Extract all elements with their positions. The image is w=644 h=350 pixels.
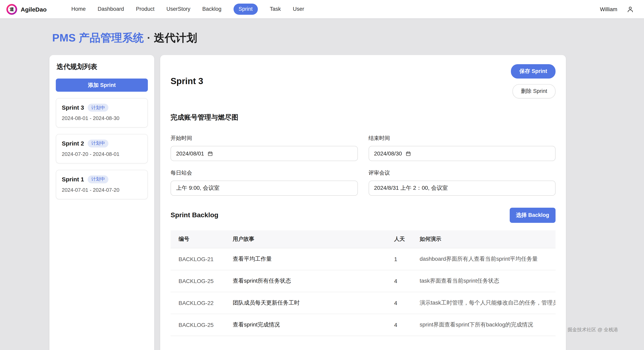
nav-item-dashboard[interactable]: Dashboard [98,4,124,15]
sprint-list-title: 迭代规划列表 [56,62,148,71]
nav-item-user[interactable]: User [293,4,304,15]
review-input[interactable]: 2024/8/31 上午 2：00, 会议室 [368,180,556,196]
sprint-goal-text: 完成账号管理与燃尽图 [170,113,556,122]
main-nav: Home Dashboard Product UserStory Backlog… [71,4,304,15]
page-title-secondary: 迭代计划 [154,32,197,44]
backlog-days: 4 [386,314,412,336]
brand-logo-glyph: 道 [8,6,16,13]
nav-item-product[interactable]: Product [136,4,154,15]
topbar-right: William [600,6,638,12]
two-column-layout: 迭代规划列表 添加 Sprint Sprint 3 计划中 2024-08-01… [50,55,566,350]
sprint-status-badge: 计划中 [88,140,108,148]
sprint-list-panel: 迭代规划列表 添加 Sprint Sprint 3 计划中 2024-08-01… [50,55,154,350]
sprint-card-name: Sprint 2 [62,140,84,147]
nav-item-task[interactable]: Task [270,4,281,15]
backlog-demo: task界面查看当前sprint任务状态 [412,270,556,292]
backlog-table: 编号 用户故事 人天 如何演示 BACKLOG-21 查看平均工作量 1 das… [170,230,556,336]
backlog-section-header: Sprint Backlog 选择 Backlog [170,208,556,223]
sprint-card-2[interactable]: Sprint 2 计划中 2024-07-20 - 2024-08-01 [56,134,148,164]
page-content: PMS 产品管理系统·迭代计划 迭代规划列表 添加 Sprint Sprint … [50,18,566,350]
backlog-section-title: Sprint Backlog [170,211,218,219]
sprint-card-dates: 2024-07-20 - 2024-08-01 [62,151,142,157]
page-title-separator: · [147,32,151,44]
backlog-id: BACKLOG-22 [170,292,225,314]
start-date-value: 2024/08/01 [176,150,204,157]
backlog-table-header-row: 编号 用户故事 人天 如何演示 [170,230,556,248]
select-backlog-button[interactable]: 选择 Backlog [510,208,556,223]
start-date-label: 开始时间 [170,135,358,142]
sprint-card-dates: 2024-08-01 - 2024-08-30 [62,115,142,121]
standup-input[interactable]: 上午 9:00, 会议室 [170,180,358,196]
review-label: 评审会议 [368,170,556,176]
col-header-demo: 如何演示 [412,230,556,248]
backlog-row[interactable]: BACKLOG-25 查看sprint完成情况 4 sprint界面查看spri… [170,314,556,336]
sprint-card-header: Sprint 2 计划中 [62,140,142,148]
current-user-name[interactable]: William [600,6,617,12]
sprint-card-header: Sprint 3 计划中 [62,104,142,112]
backlog-story: 团队成员每天更新任务工时 [225,292,386,314]
calendar-icon[interactable] [406,151,411,156]
nav-item-home[interactable]: Home [71,4,86,15]
backlog-days: 4 [386,270,412,292]
backlog-demo: dashboard界面所有人查看当前sprint平均任务量 [412,248,556,270]
sprint-detail-panel: Sprint 3 保存 Sprint 删除 Sprint 完成账号管理与燃尽图 … [160,55,566,350]
end-date-value: 2024/08/30 [374,150,402,157]
col-header-id: 编号 [170,230,225,248]
start-date-input[interactable]: 2024/08/01 [170,146,358,161]
save-sprint-button[interactable]: 保存 Sprint [511,64,556,78]
watermark-text: 掘金技术社区 @ 全栈港 [568,326,618,333]
sprint-status-badge: 计划中 [88,176,108,183]
backlog-id: BACKLOG-25 [170,270,225,292]
backlog-row[interactable]: BACKLOG-21 查看平均工作量 1 dashboard界面所有人查看当前s… [170,248,556,270]
backlog-story: 查看sprint所有任务状态 [225,270,386,292]
sprint-status-badge: 计划中 [88,104,108,112]
review-field-group: 评审会议 2024/8/31 上午 2：00, 会议室 [368,170,556,196]
standup-field-group: 每日站会 上午 9:00, 会议室 [170,170,358,196]
app-root: 道 AgileDao Home Dashboard Product UserSt… [0,0,644,350]
standup-value: 上午 9:00, 会议室 [176,184,220,192]
delete-sprint-button[interactable]: 删除 Sprint [512,84,556,98]
sprint-card-name: Sprint 1 [62,176,84,183]
backlog-story: 查看sprint完成情况 [225,314,386,336]
sprint-card-name: Sprint 3 [62,104,84,111]
standup-label: 每日站会 [170,170,358,176]
backlog-days: 1 [386,248,412,270]
add-sprint-button[interactable]: 添加 Sprint [56,78,148,92]
sprint-card-1[interactable]: Sprint 1 计划中 2024-07-01 - 2024-07-20 [56,170,148,199]
review-value: 2024/8/31 上午 2：00, 会议室 [374,184,448,192]
col-header-story: 用户故事 [225,230,386,248]
sprint-detail-title: Sprint 3 [170,76,203,86]
end-date-field-group: 结束时间 2024/08/30 [368,135,556,161]
backlog-row[interactable]: BACKLOG-25 查看sprint所有任务状态 4 task界面查看当前sp… [170,270,556,292]
sprint-card-header: Sprint 1 计划中 [62,176,142,183]
calendar-icon[interactable] [208,151,213,156]
backlog-demo: sprint界面查看sprint下所有backlog的完成情况 [412,314,556,336]
sprint-card-dates: 2024-07-01 - 2024-07-20 [62,187,142,193]
end-date-input[interactable]: 2024/08/30 [368,146,556,161]
sprint-detail-header: Sprint 3 保存 Sprint 删除 Sprint [170,64,556,98]
backlog-days: 4 [386,292,412,314]
backlog-id: BACKLOG-25 [170,314,225,336]
page-title-primary: PMS 产品管理系统 [52,32,144,44]
sprint-detail-actions: 保存 Sprint 删除 Sprint [511,64,556,98]
nav-item-backlog[interactable]: Backlog [202,4,222,15]
user-profile-icon[interactable] [627,6,634,12]
backlog-demo: 演示task工时管理，每个人只能修改自己的任务，管理员可 [412,292,556,314]
backlog-story: 查看平均工作量 [225,248,386,270]
top-nav-bar: 道 AgileDao Home Dashboard Product UserSt… [0,0,644,18]
sprint-form: 开始时间 2024/08/01 结束时间 [170,135,556,196]
start-date-field-group: 开始时间 2024/08/01 [170,135,358,161]
end-date-label: 结束时间 [368,135,556,142]
brand-name: AgileDao [21,6,47,12]
nav-item-userstory[interactable]: UserStory [166,4,190,15]
brand-logo-icon[interactable]: 道 [6,4,17,14]
page-title: PMS 产品管理系统·迭代计划 [52,18,566,45]
backlog-id: BACKLOG-21 [170,248,225,270]
sprint-card-3[interactable]: Sprint 3 计划中 2024-08-01 - 2024-08-30 [56,98,148,128]
nav-item-sprint[interactable]: Sprint [233,4,258,15]
col-header-days: 人天 [386,230,412,248]
backlog-row[interactable]: BACKLOG-22 团队成员每天更新任务工时 4 演示task工时管理，每个人… [170,292,556,314]
